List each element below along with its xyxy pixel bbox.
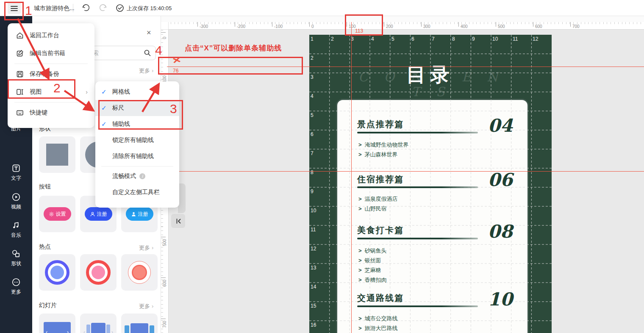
top-toolbar: 城市旅游特色... 上次保存 15:40:05 (0, 0, 644, 16)
hotspot-card[interactable] (121, 254, 158, 291)
submenu-divider (101, 166, 173, 166)
check-icon: ✓ (101, 120, 107, 128)
toc-section-title[interactable]: 美食打卡篇 (357, 225, 404, 236)
sidebar-item-music[interactable]: 音乐 (0, 221, 32, 239)
toc-underline (357, 305, 478, 307)
horizontal-guide-line-2[interactable] (167, 171, 644, 172)
menu-item-shortcuts[interactable]: 快捷键 (8, 104, 94, 122)
slide-bar (150, 325, 154, 333)
more-link-hidden-section[interactable]: 更多› (139, 67, 153, 75)
sidebar-item-text[interactable]: 文字 (0, 164, 32, 182)
ruler-major-tick (533, 22, 533, 27)
settings-pill-button[interactable]: 设置 (44, 207, 71, 221)
sidebar-item-more[interactable]: 更多 (0, 278, 32, 296)
search-icon[interactable] (144, 49, 151, 57)
close-icon[interactable]: × (147, 29, 151, 36)
more-link-hotspots[interactable]: 更多› (139, 244, 153, 252)
shape-square-card[interactable] (39, 136, 75, 173)
undo-icon[interactable] (81, 3, 91, 13)
menu-item-view[interactable]: 视图 › (8, 83, 94, 101)
info-icon: i (139, 173, 145, 179)
toc-item[interactable]: >砂锅鱼头 (358, 246, 387, 255)
toc-item[interactable]: >茅山森林世界 (358, 150, 409, 159)
slide-center (91, 323, 106, 333)
ruler-label: -300 (200, 24, 208, 29)
slide-card[interactable]: ‹› (39, 314, 75, 333)
canvas-top-strip (161, 16, 644, 22)
toc-item[interactable]: >香糟扣肉 (358, 275, 387, 285)
sidebar-item-shapes[interactable]: 形状 (0, 249, 32, 267)
delete-guide-x-icon[interactable]: × (172, 54, 181, 66)
slide-card[interactable]: ‹ › (80, 314, 117, 333)
slide-card[interactable] (121, 314, 158, 333)
menu-divider (14, 102, 88, 103)
button-sample-card[interactable]: 设置 (39, 196, 75, 232)
horizontal-ruler[interactable]: -300-200-1000100200300400500600700 (167, 22, 644, 30)
register-pill-button[interactable]: 注册 (85, 207, 112, 221)
toc-item[interactable]: >淹城野生动物世界 (358, 140, 409, 150)
toc-page-number[interactable]: 10 (479, 289, 513, 310)
toc-section-title[interactable]: 景点推荐篇 (357, 119, 404, 130)
submenu-chevron-icon: › (86, 89, 88, 95)
ruler-major-tick (272, 22, 272, 27)
menu-item-save-and-backup[interactable]: 保存和备份 (8, 65, 94, 83)
submenu-item-customize-left-toolbar[interactable]: 自定义左侧工具栏 (95, 184, 179, 200)
ruler-label: 200 (386, 24, 393, 29)
toc-item[interactable]: >山野民宿 (358, 204, 398, 214)
toc-page-number[interactable]: 06 (479, 169, 513, 190)
ruler-label: 700 (162, 319, 167, 330)
toc-page-number[interactable]: 08 (479, 221, 513, 242)
toc-item[interactable]: >银丝面 (358, 255, 387, 265)
sidebar-item-video[interactable]: 视频 (0, 192, 32, 211)
cloud-saved-icon (115, 3, 125, 13)
hotspot-card[interactable] (39, 254, 75, 291)
save-icon (16, 70, 24, 78)
hotspot-ring-blue (45, 260, 69, 285)
toolbar-divider (73, 4, 73, 12)
ruler-major-tick (384, 22, 384, 27)
more-link-slides[interactable]: 更多› (139, 302, 153, 310)
hotspot-dot (92, 266, 105, 279)
section-title-slides: 幻灯片 (39, 302, 57, 309)
collapse-panel-button[interactable] (171, 214, 185, 228)
submenu-item-clear-all-guides[interactable]: 清除所有辅助线 (95, 148, 179, 164)
ruler-label: 0 (311, 24, 314, 29)
toc-section-title[interactable]: 住宿推荐篇 (357, 174, 404, 185)
toc-item[interactable]: >旅游大巴路线 (358, 323, 398, 333)
toc-item[interactable]: >芝麻糖 (358, 265, 387, 275)
ruler-major-tick (570, 22, 571, 27)
ruler-label: 500 (498, 24, 505, 29)
submenu-item-gridlines[interactable]: ✓网格线 (95, 84, 179, 100)
horizontal-guide-line-76[interactable] (167, 67, 644, 67)
menu-item-back-to-workspace[interactable]: 返回工作台 (8, 27, 94, 44)
text-icon (11, 164, 21, 173)
submenu-item-lock-all-guides[interactable]: 锁定所有辅助线 (95, 132, 179, 148)
view-layout-icon (16, 88, 24, 96)
document-title[interactable]: 城市旅游特色... (34, 5, 75, 12)
toc-item[interactable]: >温泉度假酒店 (358, 194, 398, 204)
page-title[interactable]: 目录 (394, 62, 466, 88)
ruler-label: 600 (535, 24, 542, 29)
shapes-icon (11, 249, 21, 258)
ruler-major-tick (496, 22, 496, 27)
main-menu-button[interactable] (8, 3, 21, 14)
menu-item-edit-current-book[interactable]: 编辑当前书籍 (8, 44, 94, 62)
register-pill-button[interactable]: 注册 (126, 207, 153, 221)
hotspot-card[interactable] (80, 254, 117, 291)
redo-icon[interactable] (98, 3, 108, 13)
main-dropdown-menu: 返回工作台 编辑当前书籍 保存和备份 视图 › 快捷键 (8, 23, 94, 128)
toc-section-title[interactable]: 交通路线篇 (357, 292, 404, 304)
submenu-item-guides[interactable]: ✓辅助线 (95, 116, 179, 132)
ruler-label: 300 (423, 24, 430, 29)
chevron-right-icon: › (152, 67, 153, 74)
submenu-item-smooth-mode[interactable]: 流畅模式i (95, 168, 179, 184)
ruler-major-tick (309, 22, 310, 27)
toc-item[interactable]: >城市公交路线 (358, 314, 398, 323)
ruler-major-tick (197, 22, 198, 27)
toc-items: >温泉度假酒店 >山野民宿 (358, 194, 398, 214)
vertical-guide-line[interactable] (351, 22, 352, 333)
ruler-major-tick (347, 22, 347, 27)
ruler-label: 500 (162, 238, 167, 248)
submenu-item-ruler[interactable]: ✓标尺 (95, 100, 179, 116)
toc-page-number[interactable]: 04 (479, 115, 513, 136)
